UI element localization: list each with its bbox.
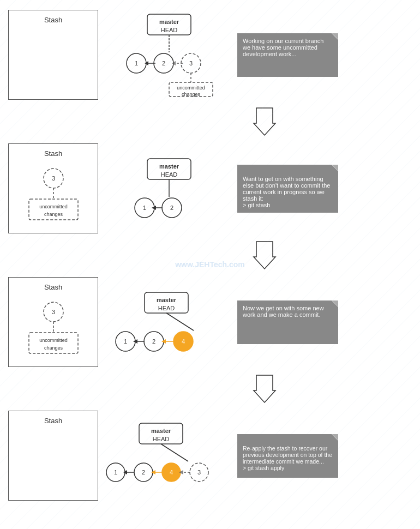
svg-marker-37 [254, 242, 275, 269]
stash-box-1: Stash [8, 10, 98, 100]
note-text-2: Want to get on with something else but d… [243, 176, 330, 208]
svg-text:4: 4 [170, 469, 173, 476]
svg-text:4: 4 [182, 338, 185, 345]
stash-title-2: Stash [44, 149, 62, 158]
svg-text:3: 3 [189, 60, 193, 67]
svg-text:2: 2 [152, 338, 155, 345]
note-text-3: Now we get on with some new work and we … [243, 305, 324, 318]
svg-text:uncommitted: uncommitted [177, 85, 205, 91]
svg-marker-70 [151, 470, 155, 474]
note-text-4: Re-apply the stash to recover our previo… [243, 445, 332, 471]
svg-line-62 [161, 444, 188, 461]
note-text-1: Working on our current branch we have so… [243, 38, 323, 57]
svg-marker-58 [254, 375, 275, 402]
svg-text:changes: changes [182, 92, 201, 97]
row-4: Stash master HEAD 1 2 4 [0, 405, 420, 506]
svg-text:HEAD: HEAD [153, 436, 170, 442]
svg-marker-34 [152, 206, 156, 210]
svg-text:master: master [159, 163, 179, 170]
svg-text:master: master [159, 19, 179, 25]
stash-box-2: Stash 3 uncommitted changes [8, 143, 98, 233]
diagram-3: master HEAD 1 2 4 [104, 290, 235, 355]
svg-text:HEAD: HEAD [158, 305, 175, 311]
svg-text:3: 3 [51, 309, 55, 315]
arrow-3 [109, 372, 420, 405]
diagram-2: master HEAD 1 2 [104, 156, 235, 221]
note-2: Want to get on with something else but d… [237, 165, 338, 213]
arrow-2 [109, 239, 420, 272]
row-3: Stash 3 uncommitted changes master HEAD … [0, 272, 420, 372]
arrow-1 [109, 105, 420, 138]
row-2: Stash 3 uncommitted changes master HEAD … [0, 138, 420, 239]
svg-text:1: 1 [114, 469, 117, 476]
diagram-4: master HEAD 1 2 4 3 [104, 420, 235, 491]
svg-text:master: master [151, 428, 171, 434]
svg-text:HEAD: HEAD [161, 171, 178, 178]
stash-box-3: Stash 3 uncommitted changes [8, 277, 98, 367]
svg-text:1: 1 [143, 205, 146, 211]
svg-text:changes: changes [44, 212, 63, 217]
stash-title-3: Stash [44, 283, 62, 291]
row-1: Stash master HEAD 1 2 3 [0, 4, 420, 105]
svg-text:2: 2 [170, 205, 173, 211]
stash-box-4: Stash [8, 411, 98, 501]
svg-text:uncommitted: uncommitted [39, 204, 68, 209]
note-1: Working on our current branch we have so… [237, 33, 338, 77]
svg-text:2: 2 [142, 469, 145, 476]
svg-text:3: 3 [197, 469, 201, 476]
svg-text:2: 2 [162, 60, 165, 67]
svg-text:1: 1 [135, 60, 138, 67]
stash-title-1: Stash [44, 16, 62, 24]
diagram-1: master HEAD 1 2 3 uncommitted changes [104, 11, 235, 99]
svg-text:uncommitted: uncommitted [39, 338, 68, 343]
svg-text:HEAD: HEAD [161, 27, 178, 33]
svg-text:1: 1 [124, 338, 127, 345]
svg-text:changes: changes [44, 345, 63, 351]
svg-marker-20 [254, 108, 275, 135]
svg-line-47 [166, 313, 194, 330]
stash-title-4: Stash [44, 417, 62, 425]
note-3: Now we get on with some new work and we … [237, 300, 338, 344]
note-4: Re-apply the stash to recover our previo… [237, 434, 338, 478]
svg-text:master: master [157, 297, 177, 303]
svg-text:3: 3 [51, 175, 55, 182]
